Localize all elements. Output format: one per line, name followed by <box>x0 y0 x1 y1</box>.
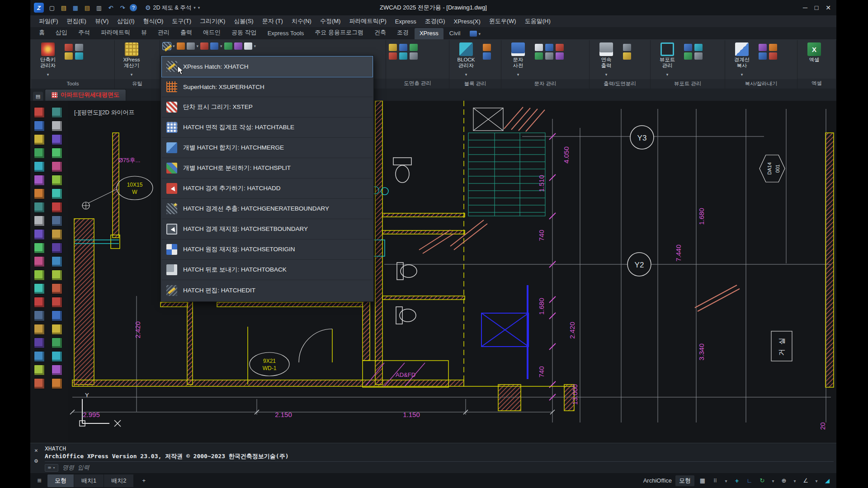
xhatch-button[interactable] <box>163 42 171 50</box>
palette-tool-icon[interactable] <box>34 297 45 308</box>
chevron-down-icon[interactable] <box>723 477 729 484</box>
tool-button[interactable] <box>399 44 407 51</box>
palette-tool-icon[interactable] <box>52 310 62 321</box>
menu-file[interactable]: 파일(F) <box>35 16 62 26</box>
menu-item-hatchtoback[interactable]: HATCH 뒤로 보내기: HATCHTOBACK <box>162 260 373 280</box>
tool-button[interactable] <box>535 52 543 60</box>
tab-addins[interactable]: 애드인 <box>198 27 226 39</box>
snap-grid-icon[interactable] <box>711 477 720 484</box>
dynamic-input-icon[interactable] <box>732 477 741 485</box>
palette-tool-icon[interactable] <box>34 188 45 199</box>
menu-edit[interactable]: 편집(E) <box>63 16 90 26</box>
group-footer[interactable]: 문자 관리 <box>501 79 589 89</box>
grid-display-icon[interactable] <box>698 477 707 484</box>
palette-tool-icon[interactable] <box>52 229 62 240</box>
xpress-calculator-button[interactable]: XPress계산기 <box>118 42 146 78</box>
menu-window[interactable]: 윈도우(W) <box>485 16 520 26</box>
palette-tool-icon[interactable] <box>34 202 45 213</box>
tab-insert[interactable]: 삽입 <box>51 27 72 39</box>
save-as-icon[interactable] <box>83 4 92 12</box>
palette-tool-icon[interactable] <box>34 365 45 375</box>
tool-button[interactable] <box>769 52 777 60</box>
menu-item-xhatch[interactable]: XPress Hatch: XHATCH <box>162 56 373 77</box>
palette-tool-icon[interactable] <box>34 121 45 131</box>
tool-button[interactable] <box>684 44 692 51</box>
tool-button[interactable] <box>399 52 407 60</box>
palette-tool-icon[interactable] <box>52 270 62 281</box>
archioffice-button[interactable]: ArchiOffice <box>643 477 672 484</box>
menu-item-hatchedit[interactable]: HATCH 편집: HATCHEDIT <box>162 280 373 300</box>
tool-button[interactable] <box>65 44 73 51</box>
group-footer[interactable]: 복사/잘라내기 <box>725 79 797 89</box>
save-icon[interactable] <box>71 4 80 12</box>
maximize-button[interactable]: □ <box>815 4 818 11</box>
isometric-draft-icon[interactable] <box>823 477 832 484</box>
tab-view[interactable]: 뷰 <box>136 27 152 39</box>
menu-dimension[interactable]: 치수(N) <box>288 16 316 26</box>
chevron-down-icon[interactable] <box>814 477 819 484</box>
continuous-plot-button[interactable]: 연속출력 <box>592 42 620 78</box>
command-prompt[interactable]: 명령 입력 <box>62 464 90 472</box>
palette-tool-icon[interactable] <box>34 338 45 348</box>
palette-tool-icon[interactable] <box>52 338 62 348</box>
palette-tool-icon[interactable] <box>34 324 45 335</box>
tool-button[interactable] <box>210 42 218 50</box>
tool-button[interactable] <box>75 44 83 51</box>
tab-xpress[interactable]: XPress <box>415 28 443 39</box>
menu-tools[interactable]: 도구(T) <box>168 16 195 26</box>
tool-button[interactable] <box>623 44 631 51</box>
tab-output[interactable]: 출력 <box>175 27 197 39</box>
tool-button[interactable] <box>75 52 83 60</box>
close-command-icon[interactable]: × <box>34 447 38 454</box>
viewport-control-label[interactable]: [-][평면도][2D 와이어프 <box>74 109 135 116</box>
menu-modify[interactable]: 수정(M) <box>316 16 345 26</box>
menu-item-hatchadd[interactable]: HATCH 경계 추가하기: HATCHADD <box>162 178 373 199</box>
menu-item-hatchmerge[interactable]: 개별 HATCH 합치기: HATCHMERGE <box>162 138 373 158</box>
tool-button[interactable] <box>483 52 491 60</box>
tool-button[interactable] <box>483 44 491 51</box>
new-file-icon[interactable] <box>47 4 57 12</box>
object-snap-icon[interactable] <box>779 477 788 484</box>
command-input-row[interactable]: ⌨ ▾ 명령 입력 <box>45 461 834 472</box>
tool-button[interactable] <box>177 42 185 50</box>
palette-tool-icon[interactable] <box>34 134 45 145</box>
tool-button[interactable] <box>410 44 418 51</box>
tab-architecture[interactable]: 건축 <box>369 27 391 39</box>
tab-parametric[interactable]: 파라메트릭 <box>96 27 135 39</box>
boundary-copy-button[interactable]: 경계선복사 <box>728 42 756 78</box>
palette-tool-icon[interactable] <box>34 310 45 321</box>
palette-tool-icon[interactable] <box>52 134 62 145</box>
polar-tracking-icon[interactable] <box>758 477 767 484</box>
palette-tool-icon[interactable] <box>34 243 45 253</box>
menu-insert[interactable]: 삽입(I) <box>113 16 138 26</box>
tool-button[interactable] <box>200 42 208 50</box>
tool-button[interactable] <box>545 52 553 60</box>
menu-parametric[interactable]: 파라메트릭(P) <box>345 16 390 26</box>
layout-tab-model[interactable]: 모형 <box>47 474 74 487</box>
palette-tool-icon[interactable] <box>52 148 62 159</box>
palette-tool-icon[interactable] <box>34 378 45 389</box>
viewport-manager-button[interactable]: 뷰포트관리 <box>653 42 681 78</box>
minimize-button[interactable]: ─ <box>803 4 807 11</box>
command-history[interactable]: XHATCH ArchiOffice XPress Version 23.03,… <box>42 443 836 473</box>
tool-button[interactable] <box>694 52 703 60</box>
group-footer[interactable]: 블록 관리 <box>449 79 501 89</box>
tool-button[interactable] <box>623 52 631 60</box>
menu-item-xsuperhatch[interactable]: SuperHatch: XSUPERHATCH <box>162 77 373 97</box>
menu-item-hatchsplit[interactable]: 개별 HATCH로 분리하기: HATCHSPLIT <box>162 158 373 178</box>
palette-tool-icon[interactable] <box>52 297 62 308</box>
palette-tool-icon[interactable] <box>34 161 45 172</box>
tool-button[interactable] <box>545 44 553 51</box>
chevron-down-icon[interactable] <box>792 477 797 484</box>
shortcut-manager-button[interactable]: 단축키관리자 <box>34 42 62 78</box>
group-footer[interactable]: 엑셀 <box>797 79 836 89</box>
tool-button[interactable] <box>65 52 73 60</box>
document-tab[interactable]: 아파트단위세대평면도 <box>45 89 126 101</box>
menu-format[interactable]: 형식(O) <box>139 16 168 26</box>
palette-tool-icon[interactable] <box>52 216 62 226</box>
menu-help[interactable]: 도움말(H) <box>521 16 555 26</box>
customize-command-icon[interactable]: ⚙ <box>34 457 38 464</box>
menu-item-hatchsetorigin[interactable]: HATCH 원점 재지정: HATCHSETORIGIN <box>162 239 373 260</box>
group-footer[interactable]: 도면층 관리 <box>386 79 449 89</box>
palette-tool-icon[interactable] <box>52 161 62 172</box>
